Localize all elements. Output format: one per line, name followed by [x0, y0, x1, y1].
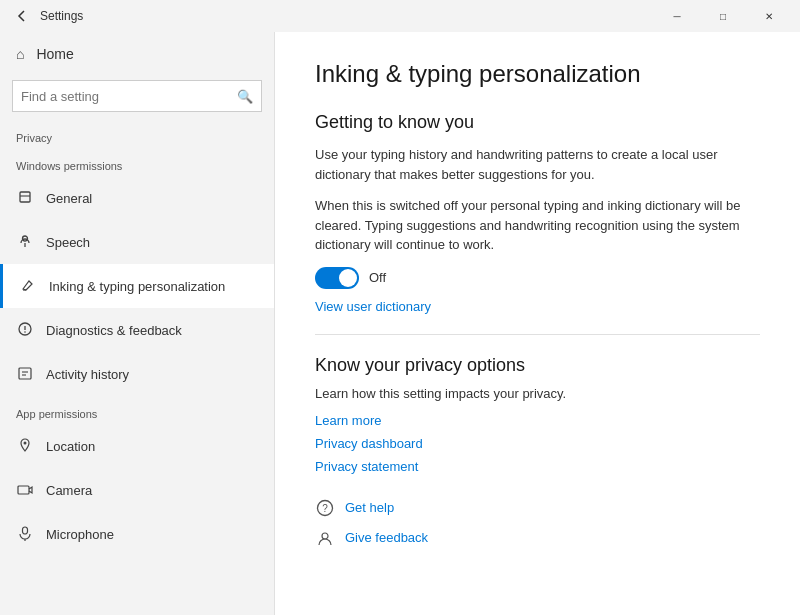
getting-section-title: Getting to know you: [315, 112, 760, 133]
sidebar-item-location-label: Location: [46, 439, 95, 454]
sidebar-item-inking-label: Inking & typing personalization: [49, 279, 225, 294]
window-controls: ─ □ ✕: [654, 0, 792, 32]
home-label: Home: [36, 46, 73, 62]
svg-rect-0: [20, 192, 30, 202]
learn-more-link[interactable]: Learn more: [315, 413, 760, 428]
section-divider: [315, 334, 760, 335]
search-input[interactable]: [21, 89, 237, 104]
sidebar-item-microphone-label: Microphone: [46, 527, 114, 542]
app-body: ⌂ Home 🔍 Privacy Windows permissions Gen…: [0, 32, 800, 615]
privacy-section-desc: Learn how this setting impacts your priv…: [315, 386, 760, 401]
titlebar: Settings ─ □ ✕: [0, 0, 800, 32]
svg-point-17: [322, 533, 328, 539]
app-permissions-header: App permissions: [0, 396, 274, 424]
give-feedback-icon: [315, 528, 335, 548]
give-feedback-label[interactable]: Give feedback: [345, 530, 428, 545]
sidebar-item-speech-label: Speech: [46, 235, 90, 250]
activity-icon: [16, 365, 34, 384]
toggle-row: Off: [315, 267, 760, 289]
privacy-statement-link[interactable]: Privacy statement: [315, 459, 760, 474]
sidebar-item-microphone[interactable]: Microphone: [0, 512, 274, 556]
general-icon: [16, 189, 34, 208]
sidebar: ⌂ Home 🔍 Privacy Windows permissions Gen…: [0, 32, 275, 615]
titlebar-title: Settings: [40, 9, 654, 23]
privacy-section-header: Privacy: [0, 120, 274, 148]
search-box[interactable]: 🔍: [12, 80, 262, 112]
sidebar-item-activity[interactable]: Activity history: [0, 352, 274, 396]
inking-toggle[interactable]: [315, 267, 359, 289]
privacy-dashboard-link[interactable]: Privacy dashboard: [315, 436, 760, 451]
sidebar-item-general[interactable]: General: [0, 176, 274, 220]
maximize-button[interactable]: □: [700, 0, 746, 32]
svg-point-11: [24, 441, 27, 444]
svg-rect-8: [19, 368, 31, 379]
privacy-section-title: Know your privacy options: [315, 355, 760, 376]
svg-rect-12: [18, 486, 29, 494]
getting-desc-2: When this is switched off your personal …: [315, 196, 760, 255]
get-help-row[interactable]: ? Get help: [315, 498, 760, 518]
location-icon: [16, 437, 34, 456]
svg-point-7: [24, 331, 26, 333]
give-feedback-row[interactable]: Give feedback: [315, 528, 760, 548]
sidebar-item-general-label: General: [46, 191, 92, 206]
toggle-label: Off: [369, 270, 386, 285]
sidebar-item-diagnostics-label: Diagnostics & feedback: [46, 323, 182, 338]
diagnostics-icon: [16, 321, 34, 340]
svg-rect-13: [23, 527, 28, 534]
close-button[interactable]: ✕: [746, 0, 792, 32]
speech-icon: [16, 233, 34, 252]
sidebar-item-diagnostics[interactable]: Diagnostics & feedback: [0, 308, 274, 352]
content-area: Inking & typing personalization Getting …: [275, 32, 800, 615]
sidebar-item-speech[interactable]: Speech: [0, 220, 274, 264]
sidebar-item-location[interactable]: Location: [0, 424, 274, 468]
sidebar-item-camera-label: Camera: [46, 483, 92, 498]
inking-icon: [19, 277, 37, 296]
sidebar-item-home[interactable]: ⌂ Home: [0, 32, 274, 76]
get-help-icon: ?: [315, 498, 335, 518]
sidebar-item-camera[interactable]: Camera: [0, 468, 274, 512]
sidebar-item-activity-label: Activity history: [46, 367, 129, 382]
home-icon: ⌂: [16, 46, 24, 62]
toggle-thumb: [339, 269, 357, 287]
windows-permissions-header: Windows permissions: [0, 148, 274, 176]
page-title: Inking & typing personalization: [315, 60, 760, 88]
back-button[interactable]: [8, 2, 36, 30]
minimize-button[interactable]: ─: [654, 0, 700, 32]
toggle-track: [315, 267, 359, 289]
getting-desc-1: Use your typing history and handwriting …: [315, 145, 760, 184]
view-user-dictionary-link[interactable]: View user dictionary: [315, 299, 760, 314]
search-icon: 🔍: [237, 89, 253, 104]
sidebar-item-inking[interactable]: Inking & typing personalization: [0, 264, 274, 308]
svg-text:?: ?: [322, 503, 328, 514]
camera-icon: [16, 481, 34, 500]
get-help-label[interactable]: Get help: [345, 500, 394, 515]
microphone-icon: [16, 525, 34, 544]
